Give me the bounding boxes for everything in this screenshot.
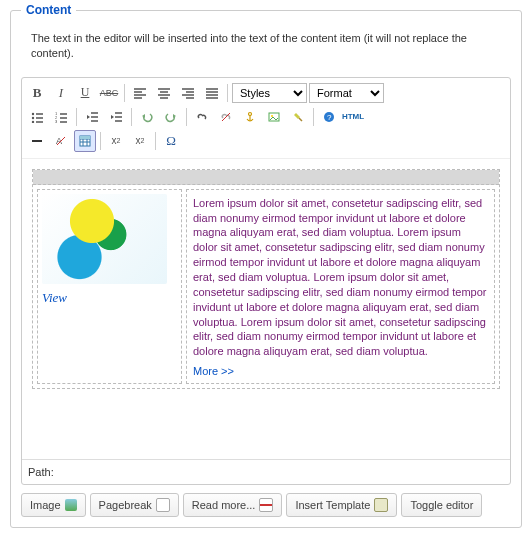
image-insert-button[interactable]: Image <box>21 493 86 517</box>
redo-button[interactable] <box>160 106 182 128</box>
align-right-button[interactable] <box>177 82 199 104</box>
cleanup-button[interactable] <box>287 106 309 128</box>
intro-text: The text in the editor will be inserted … <box>31 31 511 62</box>
pagebreak-button-label: Pagebreak <box>99 499 152 511</box>
svg-marker-28 <box>87 115 90 119</box>
image-button[interactable] <box>263 106 285 128</box>
text-cell: Lorem ipsum dolor sit amet, consetetur s… <box>186 189 495 384</box>
table-header-row <box>33 170 499 185</box>
insert-template-label: Insert Template <box>295 499 370 511</box>
html-source-button[interactable]: HTML <box>342 106 364 128</box>
pagebreak-icon <box>156 498 170 512</box>
pagebreak-button[interactable]: Pagebreak <box>90 493 179 517</box>
unlink-button[interactable] <box>215 106 237 128</box>
link-button[interactable] <box>191 106 213 128</box>
readmore-button[interactable]: Read more... <box>183 493 283 517</box>
subscript-button[interactable]: x2 <box>105 130 127 152</box>
anchor-button[interactable] <box>239 106 261 128</box>
align-left-button[interactable] <box>129 82 151 104</box>
toggle-editor-button[interactable]: Toggle editor <box>401 493 482 517</box>
align-center-button[interactable] <box>153 82 175 104</box>
content-fieldset: Content The text in the editor will be i… <box>10 10 522 528</box>
toolbar-row-1: B I U ABC Styles Format <box>26 82 506 104</box>
toolbar-row-2: 123 ? HTML <box>26 106 506 128</box>
path-bar: Path: <box>22 459 510 484</box>
outdent-button[interactable] <box>81 106 103 128</box>
strikethrough-button[interactable]: ABC <box>98 82 120 104</box>
superscript-button[interactable]: x2 <box>129 130 151 152</box>
cable-image <box>42 194 167 284</box>
readmore-button-label: Read more... <box>192 499 256 511</box>
special-char-button[interactable]: Ω <box>160 130 182 152</box>
image-button-label: Image <box>30 499 61 511</box>
path-label: Path: <box>28 466 54 478</box>
separator <box>124 84 125 102</box>
help-button[interactable]: ? <box>318 106 340 128</box>
toolbar-row-3: A x2 x2 Ω <box>26 130 506 152</box>
svg-point-20 <box>32 121 34 123</box>
separator <box>227 84 228 102</box>
indent-button[interactable] <box>105 106 127 128</box>
view-link[interactable]: View <box>42 290 67 306</box>
table-button[interactable] <box>74 130 96 152</box>
svg-line-44 <box>299 118 302 121</box>
template-icon <box>374 498 388 512</box>
picture-icon <box>65 499 77 511</box>
separator <box>76 108 77 126</box>
separator <box>313 108 314 126</box>
svg-text:3: 3 <box>55 119 58 123</box>
readmore-icon <box>259 498 273 512</box>
separator <box>131 108 132 126</box>
styles-select[interactable]: Styles <box>232 83 307 103</box>
ordered-list-button[interactable]: 123 <box>50 106 72 128</box>
separator <box>100 132 101 150</box>
unordered-list-button[interactable] <box>26 106 48 128</box>
table-body-row: View Lorem ipsum dolor sit amet, consete… <box>33 185 499 388</box>
svg-point-18 <box>32 117 34 119</box>
italic-button[interactable]: I <box>50 82 72 104</box>
insert-template-button[interactable]: Insert Template <box>286 493 397 517</box>
svg-marker-32 <box>111 115 114 119</box>
hr-button[interactable] <box>26 130 48 152</box>
format-select[interactable]: Format <box>309 83 384 103</box>
bottom-button-bar: Image Pagebreak Read more... Insert Temp… <box>21 493 511 517</box>
underline-button[interactable]: U <box>74 82 96 104</box>
fieldset-legend: Content <box>21 3 76 17</box>
image-cell: View <box>37 189 182 384</box>
undo-button[interactable] <box>136 106 158 128</box>
separator <box>186 108 187 126</box>
svg-text:?: ? <box>327 113 332 122</box>
editor-panel: B I U ABC Styles Format 123 <box>21 77 511 485</box>
toggle-editor-label: Toggle editor <box>410 499 473 511</box>
align-justify-button[interactable] <box>201 82 223 104</box>
svg-point-16 <box>32 113 34 115</box>
lorem-text: Lorem ipsum dolor sit amet, consetetur s… <box>193 196 488 359</box>
editor-toolbar: B I U ABC Styles Format 123 <box>22 78 510 159</box>
bold-button[interactable]: B <box>26 82 48 104</box>
svg-rect-55 <box>80 136 90 139</box>
more-link[interactable]: More >> <box>193 365 234 377</box>
editor-body[interactable]: View Lorem ipsum dolor sit amet, consete… <box>22 159 510 459</box>
content-table: View Lorem ipsum dolor sit amet, consete… <box>32 169 500 389</box>
remove-format-button[interactable]: A <box>50 130 72 152</box>
separator <box>155 132 156 150</box>
